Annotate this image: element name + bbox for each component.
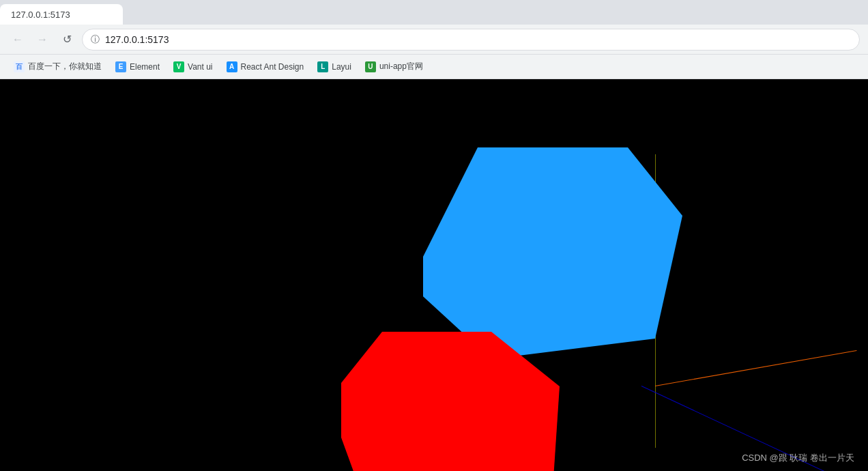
bookmark-element[interactable]: EElement [110, 59, 165, 75]
bookmark-label-element: Element [130, 62, 160, 72]
bookmark-uniapp[interactable]: Uuni-app官网 [360, 58, 429, 75]
bookmark-label-layui: Layui [332, 62, 351, 72]
bookmark-label-uniapp: uni-app官网 [379, 61, 423, 72]
bookmark-icon-react-ant: A [227, 61, 237, 72]
blue-shape [423, 147, 682, 359]
bookmark-layui[interactable]: LLayui [312, 59, 357, 75]
reload-button[interactable]: ↺ [57, 30, 76, 49]
bookmark-react-ant[interactable]: AReact Ant Design [221, 59, 310, 75]
bookmark-icon-layui: L [317, 61, 328, 72]
nav-bar: ← → ↺ ⓘ 127.0.0.1:5173 [0, 25, 868, 55]
tab-title: 127.0.0.1:5173 [11, 10, 70, 20]
tab-bar: 127.0.0.1:5173 [0, 0, 868, 25]
bookmark-label-vant: Vant ui [188, 62, 212, 72]
browser-chrome: 127.0.0.1:5173 ← → ↺ ⓘ 127.0.0.1:5173 百百… [0, 0, 868, 79]
lock-icon: ⓘ [91, 33, 100, 46]
red-polygon-svg [341, 332, 580, 471]
active-tab[interactable]: 127.0.0.1:5173 [0, 4, 123, 25]
bookmark-icon-baidu: 百 [14, 61, 25, 72]
red-polygon [341, 332, 580, 471]
address-bar[interactable]: ⓘ 127.0.0.1:5173 [82, 29, 860, 51]
bookmark-vant[interactable]: VVant ui [168, 59, 218, 75]
address-text: 127.0.0.1:5173 [105, 34, 169, 45]
forward-button[interactable]: → [33, 30, 52, 49]
back-button[interactable]: ← [8, 30, 27, 49]
bookmark-label-react-ant: React Ant Design [241, 62, 304, 72]
content-area: CSDN @跟 耿瑞 卷出一片天 [0, 79, 868, 471]
red-shape [341, 332, 560, 471]
bookmark-label-baidu: 百度一下，你就知道 [28, 61, 102, 72]
bookmarks-bar: 百百度一下，你就知道EElementVVant uiAReact Ant Des… [0, 55, 868, 79]
bookmark-icon-vant: V [173, 61, 184, 72]
bookmark-baidu[interactable]: 百百度一下，你就知道 [8, 58, 107, 75]
bookmark-icon-uniapp: U [365, 61, 376, 72]
bookmark-icon-element: E [115, 61, 126, 72]
watermark: CSDN @跟 耿瑞 卷出一片天 [742, 452, 854, 464]
